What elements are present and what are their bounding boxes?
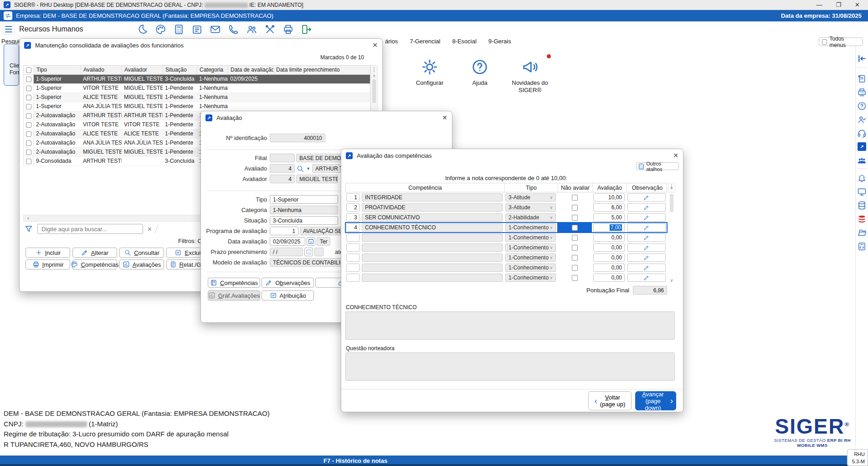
window2-titlebar[interactable]: ↗ Avaliação ✕: [201, 111, 452, 124]
alterar-button[interactable]: Alterar: [72, 248, 117, 258]
competencia-row[interactable]: 1-Conhecimento∨0,00: [345, 273, 667, 283]
tipo-dropdown[interactable]: 1-Conhecimento∨: [505, 243, 556, 252]
calculator-icon[interactable]: [173, 24, 185, 35]
tab-fragment[interactable]: ários: [385, 38, 398, 45]
competencia-row[interactable]: 2PROATIVIDADE3-Atitude∨6,00: [345, 202, 667, 212]
tipo-dropdown[interactable]: 1-Conhecimento∨: [505, 233, 556, 242]
palette-icon[interactable]: [155, 24, 166, 35]
window3-close-icon[interactable]: ✕: [673, 152, 678, 159]
atribuicao-button[interactable]: Atribuição: [262, 290, 314, 300]
table-row[interactable]: 1-SuperiorVITOR TESTEMIGUEL TESTE1-Pende…: [23, 84, 370, 93]
window1-titlebar[interactable]: ↗ Manutenção consolidada de avaliações d…: [20, 39, 382, 52]
incluir-button[interactable]: Incluir: [26, 248, 70, 258]
tipo-dropdown[interactable]: 1-Conhecimento∨: [505, 254, 556, 262]
tipo-dropdown[interactable]: 3-Atitude∨: [505, 203, 556, 212]
observacao-button[interactable]: [627, 243, 666, 252]
scroll-thumb[interactable]: [372, 79, 376, 103]
avaliado-code-field[interactable]: 4: [270, 164, 295, 173]
observacao-button[interactable]: [627, 274, 666, 282]
scroll-left-icon[interactable]: ‹: [27, 215, 29, 221]
siger-panel-icon[interactable]: ↗: [858, 142, 866, 151]
tipo-dropdown[interactable]: 1-Conhecimento∨: [505, 223, 556, 232]
row-checkbox[interactable]: [26, 131, 31, 137]
situacao-field[interactable]: 3-Concluída: [270, 216, 338, 225]
avaliacao-input[interactable]: 0,00: [593, 254, 625, 262]
tab-gerais[interactable]: 9-Gerais: [488, 38, 511, 45]
graf-avaliacoes-button[interactable]: Gráf.Avaliações: [208, 290, 260, 300]
nao-avaliar-cell[interactable]: [557, 243, 592, 253]
tab-esocial[interactable]: 8-Esocial: [452, 38, 476, 45]
lookup-icon[interactable]: [296, 165, 304, 173]
nao-avaliar-checkbox[interactable]: [572, 225, 578, 231]
column-options-icon[interactable]: ⋮: [371, 66, 377, 73]
todos-menus-toggle[interactable]: Todos menus: [819, 37, 863, 46]
window3-titlebar[interactable]: ↗ Avaliação das competências ✕: [341, 149, 683, 162]
table-header[interactable]: Tipo Avaliado Avaliador Situação Categor…: [23, 65, 370, 75]
window2-close-icon[interactable]: ✕: [442, 114, 447, 121]
todos-menus-checkbox[interactable]: [822, 39, 827, 45]
avaliacao-input[interactable]: 7,00: [593, 223, 625, 232]
calendar-icon[interactable]: 31: [307, 237, 315, 246]
night-mode-icon[interactable]: [137, 24, 148, 35]
observacao-button[interactable]: [627, 203, 666, 212]
database-icon[interactable]: [857, 201, 867, 210]
nao-avaliar-cell[interactable]: [557, 253, 592, 263]
script-icon[interactable]: [857, 74, 867, 83]
chevron-down-icon[interactable]: ▼: [306, 166, 310, 171]
phone-icon[interactable]: [228, 24, 239, 35]
avancar-button[interactable]: Avançar(page down) ›: [635, 391, 676, 410]
news-icon[interactable]: [191, 24, 203, 35]
tipo-dropdown[interactable]: 3-Atitude∨: [505, 193, 556, 202]
shortcut-novidades[interactable]: Novidades do SIGER®: [500, 58, 560, 94]
table-row[interactable]: 1-SuperiorALICE TESTEMIGUEL TESTE1-Pende…: [23, 93, 370, 102]
avaliacao-input[interactable]: 10,00: [593, 193, 625, 202]
collapse-panel-icon[interactable]: [857, 54, 867, 63]
tipo-dropdown[interactable]: 2-Habilidade∨: [505, 213, 556, 222]
table-row[interactable]: 1-SuperiorANA JÚLIA TESTEMIGUEL TESTE1-P…: [23, 102, 370, 111]
fax-icon[interactable]: [857, 88, 867, 97]
search-input[interactable]: [37, 224, 143, 234]
minimize-button[interactable]: —: [816, 1, 822, 8]
row-checkbox[interactable]: [26, 104, 31, 109]
folder-icon[interactable]: [857, 228, 867, 238]
avaliacao-input[interactable]: 0,00: [593, 243, 625, 252]
scroll-down-icon[interactable]: ∨: [668, 278, 675, 283]
tipo-dropdown[interactable]: 1-Conhecimento∨: [505, 274, 556, 282]
nao-avaliar-cell[interactable]: [557, 273, 592, 283]
data-avaliacao-field[interactable]: 02/09/2025: [270, 237, 305, 246]
tipo-field[interactable]: 1-Superior: [270, 195, 338, 204]
nao-avaliar-checkbox[interactable]: [572, 205, 578, 211]
avaliacao-input[interactable]: 0,00: [593, 264, 625, 272]
observacao-button[interactable]: [627, 264, 666, 272]
competencia-row[interactable]: 1-Conhecimento∨0,00: [345, 233, 667, 243]
scroll-up-icon[interactable]: ∧: [371, 73, 377, 78]
switch-company-icon[interactable]: [4, 11, 12, 20]
table-row[interactable]: 1-SuperiorARTHUR TESTEMIGUEL TESTE3-Conc…: [23, 75, 370, 84]
competencia-row[interactable]: 3SER COMUNICATIVO2-Habilidade∨5,00: [345, 212, 667, 223]
scroll-up-icon[interactable]: ∧: [668, 183, 675, 193]
row-checkbox[interactable]: [26, 122, 31, 128]
nao-avaliar-checkbox[interactable]: [572, 255, 578, 261]
programa-code-field[interactable]: 1: [270, 227, 298, 235]
nao-avaliar-checkbox[interactable]: [572, 195, 578, 201]
observacoes-button[interactable]: Observações: [262, 278, 314, 288]
scroll-thumb[interactable]: [670, 194, 673, 212]
row-checkbox[interactable]: [26, 150, 31, 155]
people-group-icon[interactable]: [857, 156, 867, 166]
competencia-row[interactable]: 4CONHECIMENTO TÉCNICO1-Conhecimento∨7,00: [345, 223, 667, 233]
avaliacao-input[interactable]: 6,00: [593, 203, 625, 212]
competencias-scrollbar[interactable]: ∧ ∨: [668, 183, 675, 283]
nao-avaliar-cell[interactable]: [557, 202, 592, 212]
competencia-row[interactable]: 1INTEGRIDADE3-Atitude∨10,00: [345, 192, 667, 202]
competencia-row[interactable]: 1-Conhecimento∨0,00: [345, 263, 667, 273]
observacao-button[interactable]: [627, 193, 666, 202]
code-file-icon[interactable]: [857, 242, 867, 251]
avaliacao-input[interactable]: 0,00: [593, 233, 625, 242]
competencias-button[interactable]: Competências: [72, 259, 117, 269]
row-checkbox[interactable]: [26, 86, 31, 91]
tab-gerencial[interactable]: 7-Gerencial: [410, 38, 440, 45]
row-checkbox[interactable]: [26, 77, 31, 82]
tipo-dropdown[interactable]: 1-Conhecimento∨: [505, 264, 556, 272]
observacao-button[interactable]: [627, 254, 666, 262]
user-check-icon[interactable]: [857, 115, 867, 124]
